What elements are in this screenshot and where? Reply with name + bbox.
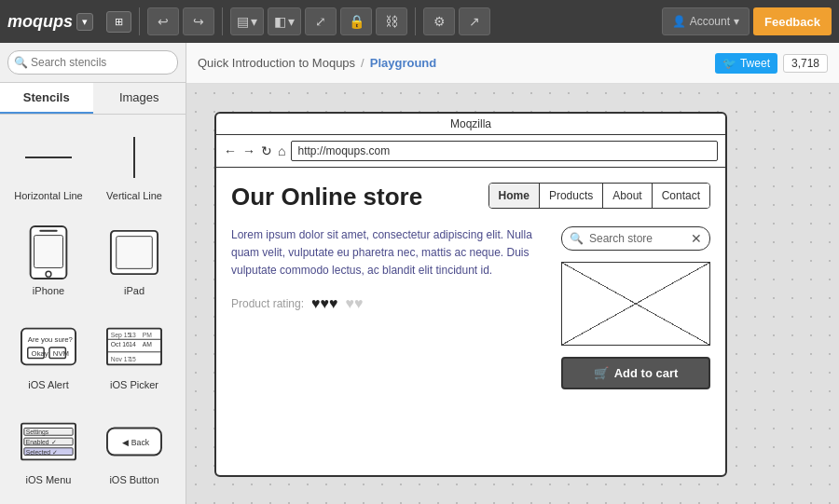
browser-addressbar: ← → ↻ ⌂ http://moqups.com [216,135,725,168]
breadcrumb-separator: / [361,56,364,70]
tweet-btn[interactable]: 🐦 Tweet [715,53,777,74]
list-item[interactable]: Are you sure? Okay NVM iOS Alert [7,311,89,402]
view-toggle-btn[interactable]: ⊞ [106,11,131,33]
canvas-area: Quick Introduction to Moqups / Playgroun… [186,43,839,504]
browser-left: Lorem ipsum dolor sit amet, consectetur … [231,226,546,389]
stencil-icon-ios-alert: Are you sure? Okay NVM [21,319,76,375]
svg-text:15: 15 [129,356,136,362]
layers-arrow: ▾ [288,14,295,29]
feedback-btn[interactable]: Feedback [753,7,832,35]
account-label: Account [690,15,730,28]
redo-btn[interactable]: ↪ [183,7,214,35]
svg-text:NVM: NVM [53,349,69,358]
panel-tabs: Stencils Images [0,83,186,115]
list-item[interactable]: Sep 15 13 PM Oct 16 14 AM Nov 17 15 iOS … [93,311,175,402]
image-placeholder [561,262,710,346]
svg-rect-5 [117,236,153,268]
align-icon: ▤ [237,14,249,29]
search-store-clear[interactable]: ✕ [691,231,702,246]
browser-body: Lorem ipsum dolor sit amet, consectetur … [231,226,710,389]
rating-row: Product rating: ♥♥♥♥♥ [231,295,546,312]
svg-text:PM: PM [143,332,153,338]
main-area: 🔍 Stencils Images Horizontal Line Vertic… [0,43,839,504]
breadcrumb-current: Playground [370,56,437,70]
stencil-grid: Horizontal Line Vertical Line iPh [0,115,186,504]
stencil-icon-ios-picker: Sep 15 13 PM Oct 16 14 AM Nov 17 15 [106,319,162,375]
breadcrumb-parent[interactable]: Quick Introduction to Moqups [198,56,355,70]
browser-content: Our Online store Home Products About Con… [216,168,725,475]
stencil-icon-iphone [21,225,76,280]
tab-contact[interactable]: Contact [653,184,709,208]
list-item[interactable]: iPad [93,217,175,308]
align-btn[interactable]: ▤▾ [230,7,264,35]
list-item[interactable]: Vertical Line [93,122,175,213]
search-store-box[interactable]: 🔍 Search store ✕ [561,226,710,251]
search-bar: 🔍 [0,43,186,83]
browser-titlebar: Moqzilla [216,114,725,135]
svg-rect-3 [34,235,63,267]
stencil-label: iOS Alert [28,378,68,391]
browser-url[interactable]: http://moqups.com [291,141,718,161]
svg-text:Oct 16: Oct 16 [111,341,130,347]
separator-2 [222,7,223,35]
link-btn[interactable]: ⛓ [376,7,407,35]
add-to-cart-label: Add to cart [614,366,679,380]
tab-images[interactable]: Images [93,83,186,114]
svg-text:AM: AM [143,341,153,347]
forward-nav-icon[interactable]: → [242,143,255,158]
layers-btn[interactable]: ◧▾ [268,7,301,35]
list-item[interactable]: iPhone [7,217,89,308]
svg-rect-7 [21,329,76,365]
canvas-grid[interactable]: Moqzilla ← → ↻ ⌂ http://moqups.com Our O… [186,84,839,504]
stencil-label: iOS Picker [110,378,158,391]
stencil-label: Vertical Line [106,189,162,202]
stencil-label: iOS Button [109,473,158,486]
separator-1 [139,7,140,35]
svg-text:13: 13 [129,332,136,338]
svg-text:Are you sure?: Are you sure? [28,335,74,344]
share-btn[interactable]: ↗ [459,7,490,35]
svg-text:Okay: Okay [32,349,48,358]
list-item[interactable]: Settings Enabled ✓ Selected ✓ iOS Menu [7,406,89,497]
search-icon: 🔍 [14,56,28,69]
logo-area: moqups ▾ [7,12,93,32]
list-item[interactable]: ◀ Back iOS Button [93,406,175,497]
stencil-icon-ipad [106,225,162,280]
stencil-label: iPad [124,284,144,297]
add-to-cart-btn[interactable]: 🛒 Add to cart [561,357,710,389]
svg-text:Enabled ✓: Enabled ✓ [26,438,57,444]
tab-home[interactable]: Home [489,184,540,208]
list-item[interactable]: Horizontal Line [7,122,89,213]
refresh-nav-icon[interactable]: ↻ [261,143,272,158]
account-icon: 👤 [672,15,686,28]
left-panel: 🔍 Stencils Images Horizontal Line Vertic… [0,43,186,504]
undo-btn[interactable]: ↩ [147,7,179,35]
hearts-empty: ♥♥ [346,295,364,312]
product-rating-label: Product rating: [231,297,304,310]
home-nav-icon[interactable]: ⌂ [278,143,285,158]
tab-products[interactable]: Products [540,184,603,208]
lock-btn[interactable]: 🔒 [340,7,372,35]
search-input[interactable] [7,50,178,75]
back-nav-icon[interactable]: ← [224,143,237,158]
settings-btn[interactable]: ⚙ [423,7,455,35]
hearts-filled: ♥♥♥ [311,295,338,312]
stencil-icon-hline [21,129,76,185]
tweet-label: Tweet [740,57,770,70]
search-store-input: Search store [589,232,685,245]
tweet-bird-icon: 🐦 [722,57,736,70]
resize-btn[interactable]: ⤢ [305,7,337,35]
separator-3 [415,7,416,35]
account-arrow: ▾ [734,15,739,28]
tweet-count: 3,718 [783,54,828,73]
stencil-label: Horizontal Line [14,189,82,202]
tab-stencils[interactable]: Stencils [0,83,93,114]
search-wrap: 🔍 [7,50,178,75]
align-arrow: ▾ [251,14,257,29]
logo-dropdown-btn[interactable]: ▾ [76,13,93,31]
browser-header: Our Online store Home Products About Con… [231,183,710,211]
nav-tabs: Home Products About Contact [488,183,710,209]
account-btn[interactable]: 👤 Account ▾ [662,7,750,35]
tab-about[interactable]: About [603,184,652,208]
browser-right: 🔍 Search store ✕ 🛒 Add to cart [561,226,710,389]
